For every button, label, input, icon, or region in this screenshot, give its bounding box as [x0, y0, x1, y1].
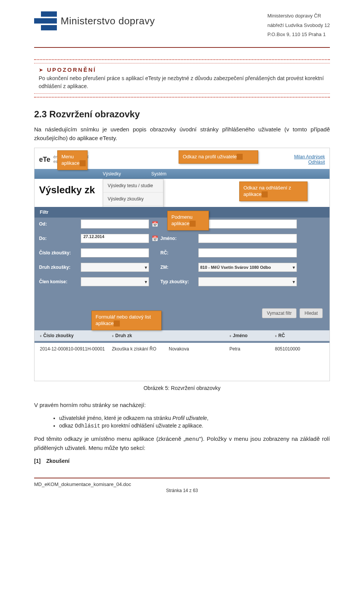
user-profile-link[interactable]: Milan Andrýsek: [294, 154, 325, 159]
logout-link[interactable]: Odhlásit: [294, 159, 325, 165]
notice-bullet-icon: ➤: [39, 67, 43, 73]
button-hledat[interactable]: Hledat: [300, 308, 323, 318]
label-rc: RČ:: [160, 250, 198, 256]
input-jmeno[interactable]: [198, 234, 297, 243]
label-typ: Typ zkoušky:: [160, 279, 198, 284]
callout-menu: Menu aplikace: [57, 150, 88, 170]
sort-icon[interactable]: ♦: [229, 334, 231, 338]
screen-page-title: Výsledky zk: [39, 184, 95, 196]
cell-rc: 8051010000: [275, 346, 324, 352]
th-druh[interactable]: Druh zk: [115, 333, 132, 338]
sort-icon[interactable]: ♦: [112, 334, 114, 338]
chevron-down-icon: ▾: [145, 265, 147, 270]
section-intro: Na následujícím snímku je uveden popis o…: [34, 125, 330, 142]
label-jmeno: Jméno:: [160, 236, 198, 241]
callout-form: Formulář nebo datový list aplikace: [91, 311, 162, 330]
app-name-fragment: eTe: [39, 156, 50, 164]
header-divider: [34, 47, 330, 48]
callout-submenu: Podmenu aplikace: [167, 211, 209, 230]
cell-druh: Zkouška k získání ŘO: [112, 346, 169, 352]
ministry-logo-icon: [34, 11, 57, 30]
section-heading: 2.3 Rozvržení obrazovky: [34, 109, 330, 120]
label-do: Do:: [39, 236, 81, 241]
th-cislo[interactable]: Číslo zkoušky: [43, 333, 74, 338]
numbered-item-1: [1]Zkoušení: [34, 458, 330, 464]
label-cislo: Číslo zkoušky:: [39, 250, 81, 256]
notice-body: Po ukončení nebo přerušení práce s aplik…: [39, 74, 325, 90]
list-item: uživatelské jméno, které je odkazem na s…: [59, 415, 330, 421]
select-clen[interactable]: ▾: [81, 277, 149, 286]
bullet-list: uživatelské jméno, které je odkazem na s…: [44, 415, 330, 429]
addr-line-2: nábřeží Ludvíka Svobody 12: [267, 21, 330, 30]
footer-divider: [34, 478, 330, 478]
app-menubar: Výsledky Systém: [35, 169, 329, 179]
button-vymazat-filtr[interactable]: Vymazat filtr: [262, 308, 297, 318]
cell-jmeno: Petra: [229, 346, 275, 352]
input-rc[interactable]: [198, 248, 297, 257]
select-typ[interactable]: ▾: [198, 277, 297, 286]
sort-icon[interactable]: ♦: [275, 334, 277, 338]
table-row[interactable]: 2014-12-000810-00911H-00001 Zkouška k zí…: [35, 344, 329, 354]
input-cislo[interactable]: [81, 248, 149, 257]
notice-box: ➤ UPOZORNĚNÍ Po ukončení nebo přerušení …: [34, 59, 330, 98]
table-header: ♦Číslo zkoušky ♦Druh zk ♦Jméno ♦RČ: [35, 330, 329, 341]
ministry-name: Ministerstvo dopravy: [61, 15, 155, 27]
input-do[interactable]: 27.12.2014: [81, 234, 149, 243]
submenu-item-vysledky-testu[interactable]: Výsledky testu / studie: [103, 179, 163, 192]
callout-logout: Odkaz na odhlášení z aplikace: [239, 181, 308, 201]
page-footer: MD_eKOM_dokumentace_komisare_04.doc Strá…: [34, 481, 330, 493]
after-p1: V pravém horním rohu stránky se nacházej…: [34, 401, 330, 410]
footer-filename: MD_eKOM_dokumentace_komisare_04.doc: [34, 481, 330, 487]
calendar-icon[interactable]: 📅: [149, 221, 160, 227]
th-jmeno[interactable]: Jméno: [233, 333, 248, 338]
figure-caption: Obrázek 5: Rozvržení obrazovky: [34, 385, 330, 391]
footer-page-number: Stránka 14 z 63: [34, 488, 330, 493]
chevron-down-icon: ▾: [145, 279, 147, 284]
chevron-down-icon: ▾: [293, 279, 295, 284]
label-od: Od:: [39, 221, 81, 227]
cell-cislo: 2014-12-000810-00911H-00001: [40, 346, 112, 352]
chevron-down-icon: ▾: [293, 265, 295, 270]
select-zm[interactable]: 810 - MěÚ Vsetín Svárov 1080 Odbo▾: [198, 263, 297, 272]
select-druh[interactable]: ▾: [81, 263, 149, 272]
addr-line-1: Ministerstvo dopravy ČR: [267, 11, 330, 21]
addr-line-3: P.O.Box 9, 110 15 Praha 1: [267, 30, 330, 39]
logo-block: Ministerstvo dopravy: [34, 11, 155, 30]
page-header: Ministerstvo dopravy Ministerstvo doprav…: [34, 11, 330, 39]
sort-icon[interactable]: ♦: [40, 334, 42, 338]
label-clen: Člen komise:: [39, 279, 81, 284]
input-od[interactable]: [81, 219, 149, 229]
after-p2: Pod těmito odkazy je umístěno menu aplik…: [34, 435, 330, 453]
label-druh: Druh zkoušky:: [39, 265, 81, 270]
notice-title: UPOZORNĚNÍ: [47, 66, 96, 73]
th-rc[interactable]: RČ: [278, 333, 285, 338]
input-od-right[interactable]: [198, 219, 297, 229]
ministry-address: Ministerstvo dopravy ČR nábřeží Ludvíka …: [267, 11, 330, 39]
label-zm: ZM:: [160, 265, 198, 270]
cell-prijmeni: Novakova: [169, 346, 229, 352]
submenu-item-vysledky-zkousky[interactable]: Výsledky zkoušky: [103, 192, 163, 206]
calendar-icon[interactable]: 📅: [149, 235, 160, 241]
list-item: odkaz Odhlásit pro korektní odhlášení už…: [59, 423, 330, 429]
menu-vysledky[interactable]: Výsledky: [103, 171, 121, 177]
screenshot-figure: eTe ém pro vykonávání estů Milan Andrýse…: [34, 148, 330, 381]
callout-profile: Odkaz na profil uživatele: [179, 150, 258, 164]
menu-system[interactable]: Systém: [151, 171, 166, 177]
